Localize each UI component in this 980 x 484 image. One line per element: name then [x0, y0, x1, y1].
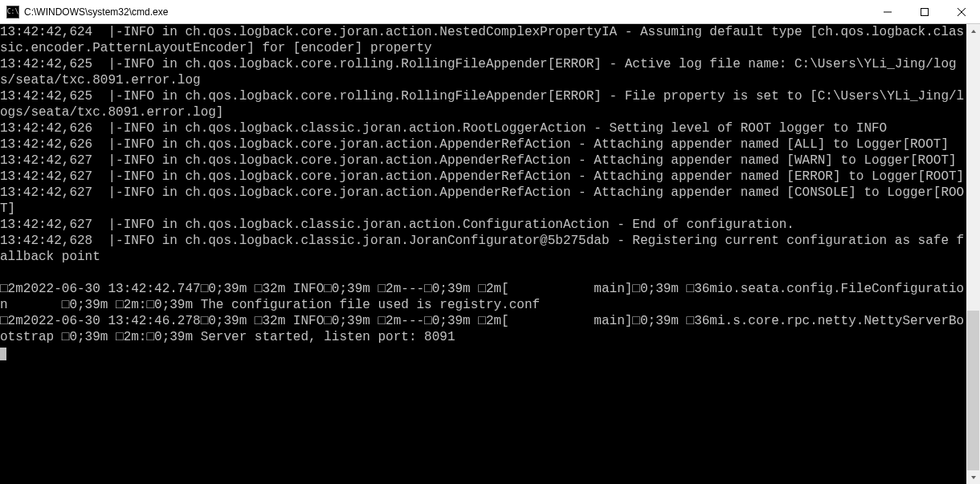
minimize-button[interactable]: [869, 0, 906, 24]
close-button[interactable]: [943, 0, 980, 24]
title-bar: C:\ C:\WINDOWS\system32\cmd.exe: [0, 0, 980, 24]
scrollbar[interactable]: [966, 24, 980, 484]
svg-marker-5: [971, 476, 976, 479]
terminal-content: 13:42:42,624 |-INFO in ch.qos.logback.co…: [0, 24, 966, 361]
scrollbar-down-button[interactable]: [966, 470, 980, 484]
cursor: [0, 348, 6, 360]
cmd-icon: C:\: [6, 6, 19, 18]
maximize-button[interactable]: [906, 0, 943, 24]
scrollbar-thumb[interactable]: [967, 311, 979, 484]
scrollbar-track[interactable]: [966, 38, 980, 470]
scrollbar-up-button[interactable]: [966, 24, 980, 38]
svg-marker-4: [971, 30, 976, 33]
window-title: C:\WINDOWS\system32\cmd.exe: [24, 6, 168, 18]
terminal-area[interactable]: 13:42:42,624 |-INFO in ch.qos.logback.co…: [0, 24, 980, 484]
svg-rect-1: [921, 9, 929, 16]
window-controls: [869, 0, 980, 24]
